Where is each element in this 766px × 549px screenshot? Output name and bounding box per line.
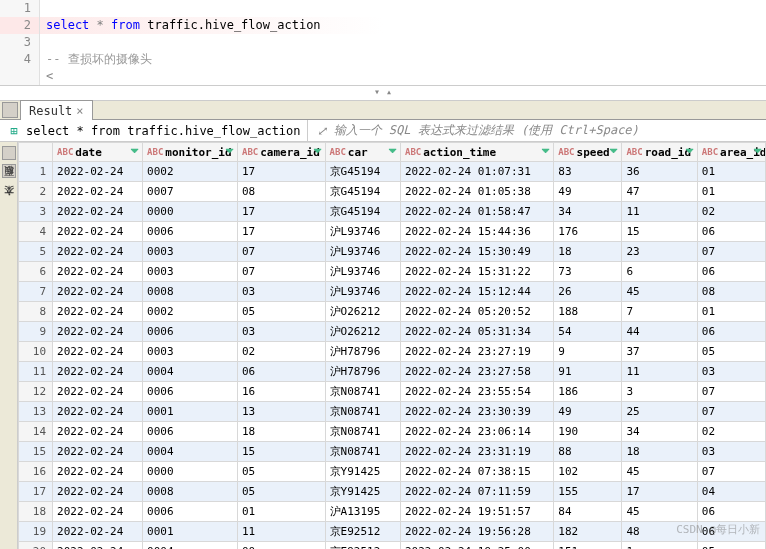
cell[interactable]: 18 [554, 241, 622, 261]
table-row[interactable]: 192022-02-24000111京E925122022-02-24 19:5… [19, 521, 766, 541]
row-number[interactable]: 3 [19, 201, 53, 221]
row-number[interactable]: 12 [19, 381, 53, 401]
cell[interactable]: 05 [237, 301, 325, 321]
cell[interactable]: 06 [697, 321, 765, 341]
cell[interactable]: 2022-02-24 [53, 201, 143, 221]
table-row[interactable]: 202022-02-24000400京E925122022-02-24 19:2… [19, 541, 766, 549]
cell[interactable]: 京G45194 [325, 181, 400, 201]
code-cursor-line[interactable]: < [40, 68, 53, 85]
cell[interactable]: 2022-02-24 [53, 481, 143, 501]
result-tab[interactable]: Result × [20, 100, 93, 120]
cell[interactable]: 45 [622, 281, 697, 301]
cell[interactable]: 45 [622, 501, 697, 521]
cell[interactable]: 18 [237, 421, 325, 441]
row-number[interactable]: 18 [19, 501, 53, 521]
cell[interactable]: 34 [554, 201, 622, 221]
cell[interactable]: 01 [697, 301, 765, 321]
cell[interactable]: 36 [622, 161, 697, 181]
cell[interactable]: 15 [237, 441, 325, 461]
cell[interactable]: 2022-02-24 [53, 461, 143, 481]
table-row[interactable]: 92022-02-24000603沪O262122022-02-24 05:31… [19, 321, 766, 341]
cell[interactable]: 06 [237, 361, 325, 381]
row-number[interactable]: 13 [19, 401, 53, 421]
cell[interactable]: 2022-02-24 [53, 161, 143, 181]
cell[interactable]: 京Y91425 [325, 461, 400, 481]
cell[interactable]: 京N08741 [325, 381, 400, 401]
cell[interactable]: 11 [622, 361, 697, 381]
cell[interactable]: 25 [622, 401, 697, 421]
row-number[interactable]: 2 [19, 181, 53, 201]
cell[interactable]: 91 [554, 361, 622, 381]
cell[interactable]: 6 [622, 261, 697, 281]
cell[interactable]: 0003 [143, 261, 238, 281]
cell[interactable]: 07 [237, 261, 325, 281]
cell[interactable]: 08 [697, 281, 765, 301]
cell[interactable]: 06 [697, 261, 765, 281]
cell[interactable]: 0006 [143, 321, 238, 341]
query-label[interactable]: ⊞ select * from traffic.hive_flow_action [0, 120, 308, 141]
cell[interactable]: 49 [554, 401, 622, 421]
cell[interactable]: 47 [622, 181, 697, 201]
col-header-action_time[interactable]: ABCaction_time⏷ [400, 143, 553, 162]
cell[interactable]: 155 [554, 481, 622, 501]
cell[interactable]: 07 [697, 401, 765, 421]
cell[interactable]: 01 [697, 181, 765, 201]
cell[interactable]: 0002 [143, 161, 238, 181]
table-row[interactable]: 32022-02-24000017京G451942022-02-24 01:58… [19, 201, 766, 221]
cell[interactable]: 05 [697, 541, 765, 549]
cell[interactable]: 京G45194 [325, 201, 400, 221]
table-row[interactable]: 62022-02-24000307沪L937462022-02-24 15:31… [19, 261, 766, 281]
sql-editor[interactable]: 1 2 select * from traffic.hive_flow_acti… [0, 0, 766, 86]
cell[interactable]: 01 [237, 501, 325, 521]
cell[interactable]: 07 [697, 241, 765, 261]
row-number[interactable]: 15 [19, 441, 53, 461]
cell[interactable]: 05 [237, 481, 325, 501]
cell[interactable]: 17 [622, 481, 697, 501]
cell[interactable]: 2022-02-24 15:44:36 [400, 221, 553, 241]
cell[interactable]: 23 [622, 241, 697, 261]
cell[interactable]: 沪L93746 [325, 261, 400, 281]
table-row[interactable]: 142022-02-24000618京N087412022-02-24 23:0… [19, 421, 766, 441]
table-row[interactable]: 102022-02-24000302沪H787962022-02-24 23:2… [19, 341, 766, 361]
row-number[interactable]: 10 [19, 341, 53, 361]
cell[interactable]: 17 [237, 201, 325, 221]
cell[interactable]: 0004 [143, 361, 238, 381]
cell[interactable]: 0006 [143, 501, 238, 521]
row-number[interactable]: 4 [19, 221, 53, 241]
col-header-area_id[interactable]: ABCarea_id⏷ [697, 143, 765, 162]
cell[interactable]: 0004 [143, 441, 238, 461]
cell[interactable]: 0000 [143, 201, 238, 221]
cell[interactable]: 京G45194 [325, 161, 400, 181]
cell[interactable]: 1 [622, 541, 697, 549]
cell[interactable]: 06 [697, 221, 765, 241]
cell[interactable]: 2022-02-24 [53, 221, 143, 241]
table-row[interactable]: 172022-02-24000805京Y914252022-02-24 07:1… [19, 481, 766, 501]
cell[interactable]: 2022-02-24 [53, 301, 143, 321]
cell[interactable]: 2022-02-24 23:27:19 [400, 341, 553, 361]
cell[interactable]: 2022-02-24 23:55:54 [400, 381, 553, 401]
cell[interactable]: 00 [237, 541, 325, 549]
cell[interactable]: 2022-02-24 05:31:34 [400, 321, 553, 341]
col-header-date[interactable]: ABCdate⏷ [53, 143, 143, 162]
cell[interactable]: 2022-02-24 05:20:52 [400, 301, 553, 321]
cell[interactable]: 06 [697, 501, 765, 521]
cell[interactable]: 06 [697, 521, 765, 541]
cell[interactable]: 2022-02-24 [53, 361, 143, 381]
cell[interactable]: 07 [237, 241, 325, 261]
cell[interactable]: 京N08741 [325, 401, 400, 421]
cell[interactable]: 88 [554, 441, 622, 461]
cell[interactable]: 2022-02-24 [53, 501, 143, 521]
close-icon[interactable]: × [76, 104, 83, 118]
col-header-monitor_id[interactable]: ABCmonitor_id⏷ [143, 143, 238, 162]
cell[interactable]: 2022-02-24 [53, 521, 143, 541]
row-number[interactable]: 5 [19, 241, 53, 261]
cell[interactable]: 2022-02-24 [53, 281, 143, 301]
cell[interactable]: 176 [554, 221, 622, 241]
cell[interactable]: 沪O26212 [325, 301, 400, 321]
cell[interactable]: 11 [237, 521, 325, 541]
cell[interactable]: 2022-02-24 [53, 541, 143, 549]
cell[interactable]: 26 [554, 281, 622, 301]
cell[interactable]: 2022-02-24 23:30:39 [400, 401, 553, 421]
cell[interactable]: 190 [554, 421, 622, 441]
table-row[interactable]: 182022-02-24000601沪A131952022-02-24 19:5… [19, 501, 766, 521]
